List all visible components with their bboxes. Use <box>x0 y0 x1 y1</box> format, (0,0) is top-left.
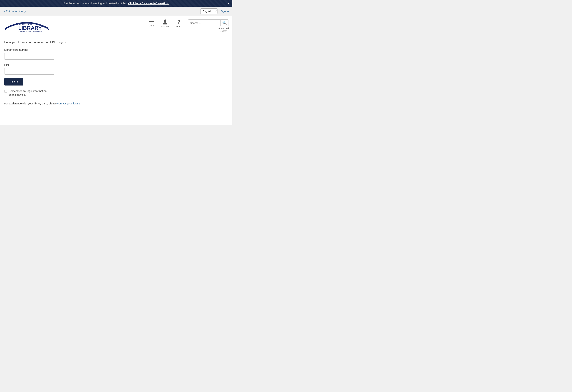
account-label: Account <box>161 25 169 28</box>
search-input-row: 🔍 <box>188 19 229 26</box>
help-label: Help <box>176 25 181 28</box>
promo-banner: Get the scoop on award winning and bests… <box>0 0 232 7</box>
menu-button[interactable]: Menu <box>147 19 156 27</box>
remember-checkbox[interactable] <box>4 90 7 92</box>
pin-label: PIN <box>4 63 228 66</box>
sign-in-link[interactable]: Sign In <box>220 10 229 13</box>
search-icon: 🔍 <box>222 21 227 25</box>
card-number-group: Library card number <box>4 48 228 60</box>
top-nav: « Return to Library English Français Esp… <box>0 7 232 16</box>
card-number-input[interactable] <box>4 53 54 60</box>
pin-input[interactable] <box>4 68 54 75</box>
account-button[interactable]: Account <box>161 19 169 28</box>
site-header: TORONTO PUBLIC LIBRARY OverDrive eBooks … <box>0 16 232 35</box>
search-area: 🔍 AdvancedSearch <box>188 19 229 32</box>
menu-label: Menu <box>149 24 155 27</box>
logo-area[interactable]: TORONTO PUBLIC LIBRARY OverDrive eBooks … <box>4 19 50 33</box>
search-button[interactable]: 🔍 <box>220 20 229 26</box>
card-number-label: Library card number <box>4 48 228 51</box>
account-icon <box>163 19 167 24</box>
remember-row: Remember my login informationon this dev… <box>4 89 228 97</box>
assistance-text: For assistance with your library card, p… <box>4 102 228 105</box>
help-button[interactable]: ? Help <box>175 19 183 28</box>
menu-icon <box>149 19 154 24</box>
svg-text:LIBRARY: LIBRARY <box>18 25 42 31</box>
advanced-search-link[interactable]: AdvancedSearch <box>218 27 229 32</box>
banner-close-button[interactable]: × <box>227 1 229 5</box>
remember-label: Remember my login informationon this dev… <box>9 89 47 97</box>
return-to-library-link[interactable]: « Return to Library <box>4 10 26 13</box>
pin-group: PIN <box>4 63 228 75</box>
search-input[interactable] <box>188 20 220 26</box>
help-icon: ? <box>177 19 180 24</box>
main-content: Enter your Library card number and PIN t… <box>0 35 232 125</box>
contact-library-link[interactable]: contact your library. <box>57 102 80 105</box>
banner-link[interactable]: Click here for more information. <box>128 2 169 5</box>
top-nav-right: English Français Español Sign In <box>200 8 229 14</box>
intro-text: Enter your Library card number and PIN t… <box>4 41 228 44</box>
library-logo: TORONTO PUBLIC LIBRARY OverDrive eBooks … <box>4 19 50 33</box>
banner-text: Get the scoop on award winning and bests… <box>64 2 127 5</box>
header-actions: Menu Account ? Help 🔍 AdvancedSearch <box>147 19 229 32</box>
svg-text:OverDrive eBooks & eAudiobooks: OverDrive eBooks & eAudiobooks <box>18 31 42 33</box>
sign-in-button[interactable]: Sign In <box>4 78 23 86</box>
language-select[interactable]: English Français Español <box>200 8 218 14</box>
